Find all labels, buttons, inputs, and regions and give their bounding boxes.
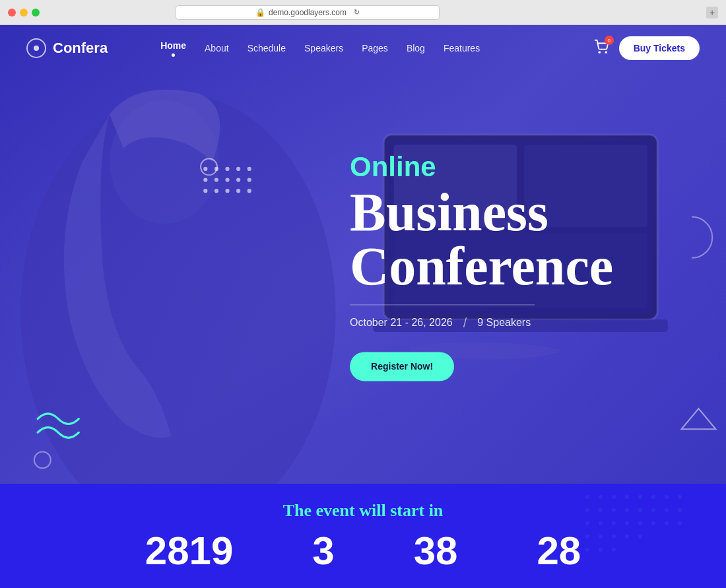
countdown-seconds: 28 [537, 531, 581, 571]
countdown-hours: 3 [312, 531, 334, 571]
svg-point-47 [625, 521, 629, 525]
svg-point-56 [638, 535, 642, 539]
url-text: demo.goodlayers.com [269, 8, 346, 17]
svg-point-58 [599, 548, 603, 552]
svg-point-52 [585, 535, 589, 539]
hero-title-line2: Conference [350, 240, 613, 294]
svg-point-34 [665, 495, 669, 499]
website: Confera Home About Schedule Speakers Pag… [0, 25, 726, 588]
svg-point-31 [625, 495, 629, 499]
svg-point-59 [612, 548, 616, 552]
maximize-button[interactable] [32, 9, 40, 16]
nav-item-pages[interactable]: Pages [362, 42, 388, 54]
svg-point-41 [651, 508, 655, 512]
nav-link-blog[interactable]: Blog [407, 43, 425, 53]
minimize-button[interactable] [20, 9, 28, 16]
countdown-days-value: 2819 [145, 531, 233, 571]
countdown-dots-pattern [581, 490, 713, 556]
svg-point-51 [678, 521, 682, 525]
hero-section: Confera Home About Schedule Speakers Pag… [0, 25, 726, 484]
svg-point-42 [665, 508, 669, 512]
hero-meta: October 21 - 26, 2026 / 9 Speakers [350, 315, 613, 331]
svg-point-40 [638, 508, 642, 512]
hero-date: October 21 - 26, 2026 [350, 317, 453, 329]
logo[interactable]: Confera [26, 38, 108, 58]
svg-point-50 [665, 521, 669, 525]
nav-item-features[interactable]: Features [444, 42, 480, 54]
svg-point-27 [605, 51, 607, 53]
hero-content: Online Business Conference October 21 - … [350, 151, 613, 381]
svg-point-45 [599, 521, 603, 525]
svg-point-44 [585, 521, 589, 525]
countdown-numbers: 2819 3 38 28 [145, 531, 581, 571]
countdown-days: 2819 [145, 531, 233, 571]
svg-point-54 [612, 535, 616, 539]
svg-point-36 [585, 508, 589, 512]
svg-point-55 [625, 535, 629, 539]
nav-item-schedule[interactable]: Schedule [248, 42, 286, 54]
cart-icon[interactable]: 0 [594, 40, 609, 57]
svg-point-32 [638, 495, 642, 499]
svg-point-35 [678, 495, 682, 499]
hero-speakers: 9 Speakers [477, 317, 531, 329]
hero-subtitle: Online [350, 151, 613, 183]
browser-chrome: 🔒 demo.goodlayers.com ↻ + [0, 0, 726, 25]
nav-item-about[interactable]: About [205, 42, 229, 54]
svg-point-38 [612, 508, 616, 512]
svg-point-48 [638, 521, 642, 525]
svg-point-43 [678, 508, 682, 512]
countdown-minutes: 38 [414, 531, 458, 571]
hero-divider [350, 304, 535, 305]
hero-title-line1: Business [350, 185, 613, 240]
logo-text: Confera [53, 40, 108, 57]
svg-point-39 [625, 508, 629, 512]
svg-point-37 [599, 508, 603, 512]
countdown-hours-value: 3 [312, 531, 334, 571]
nav-item-speakers[interactable]: Speakers [304, 42, 343, 54]
new-tab-button[interactable]: + [706, 7, 718, 18]
countdown-seconds-value: 28 [537, 531, 581, 571]
nav-link-about[interactable]: About [205, 43, 229, 53]
svg-point-30 [612, 495, 616, 499]
navbar: Confera Home About Schedule Speakers Pag… [0, 25, 726, 71]
logo-icon [26, 38, 46, 58]
svg-point-53 [599, 535, 603, 539]
svg-point-28 [585, 495, 589, 499]
nav-item-home[interactable]: Home [160, 40, 186, 57]
svg-point-33 [651, 495, 655, 499]
register-button[interactable]: Register Now! [350, 352, 454, 381]
svg-point-49 [651, 521, 655, 525]
nav-item-blog[interactable]: Blog [407, 42, 425, 54]
reload-icon[interactable]: ↻ [354, 8, 360, 16]
nav-link-home[interactable]: Home [160, 40, 186, 57]
svg-point-46 [612, 521, 616, 525]
buy-tickets-button[interactable]: Buy Tickets [619, 36, 700, 60]
cart-badge: 0 [605, 36, 614, 45]
hero-title: Business Conference [350, 185, 613, 294]
nav-links: Home About Schedule Speakers Pages Blog … [160, 40, 480, 57]
lock-icon: 🔒 [255, 8, 265, 17]
nav-link-speakers[interactable]: Speakers [304, 43, 343, 53]
nav-link-pages[interactable]: Pages [362, 43, 388, 53]
svg-point-29 [599, 495, 603, 499]
traffic-lights [8, 9, 40, 16]
address-bar[interactable]: 🔒 demo.goodlayers.com ↻ [176, 5, 440, 20]
close-button[interactable] [8, 9, 16, 16]
nav-right: 0 Buy Tickets [594, 36, 700, 60]
hero-meta-separator: / [463, 315, 467, 331]
logo-inner-dot [34, 46, 39, 51]
countdown-title: The event will start in [283, 501, 444, 521]
nav-link-features[interactable]: Features [444, 43, 480, 53]
svg-point-57 [585, 548, 589, 552]
svg-point-26 [599, 51, 600, 53]
countdown-minutes-value: 38 [414, 531, 458, 571]
nav-link-schedule[interactable]: Schedule [248, 43, 286, 53]
countdown-section: The event will start in 2819 3 38 28 [0, 484, 726, 588]
